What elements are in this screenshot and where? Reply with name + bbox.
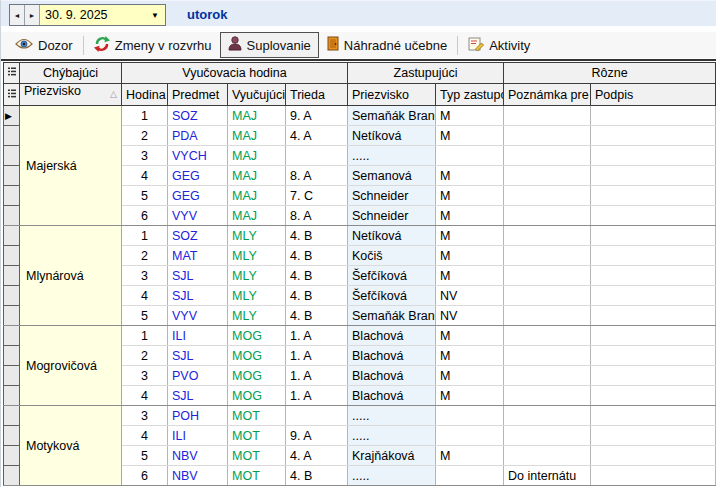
podpis-cell[interactable] bbox=[591, 286, 716, 306]
aktivity-button[interactable]: Aktivity bbox=[460, 32, 538, 58]
absent-teacher-cell[interactable]: Mogrovičová bbox=[20, 326, 122, 406]
typ-zastupovania-cell[interactable] bbox=[436, 406, 504, 426]
podpis-cell[interactable] bbox=[591, 346, 716, 366]
hodina-cell[interactable]: 6 bbox=[122, 206, 168, 226]
row-selector[interactable] bbox=[4, 326, 20, 346]
row-selector[interactable] bbox=[4, 246, 20, 266]
podpis-cell[interactable] bbox=[591, 326, 716, 346]
podpis-cell[interactable] bbox=[591, 166, 716, 186]
predmet-cell[interactable]: SJL bbox=[168, 266, 228, 286]
previous-day-button[interactable]: ◄ bbox=[10, 5, 25, 25]
zastupujuci-cell[interactable]: Schneider bbox=[348, 186, 436, 206]
column-header-poznamka[interactable]: Poznámka pre v bbox=[504, 84, 591, 106]
zastupujuci-cell[interactable]: Šefčíková bbox=[348, 286, 436, 306]
predmet-cell[interactable]: VYCH bbox=[168, 146, 228, 166]
hodina-cell[interactable]: 2 bbox=[122, 126, 168, 146]
absent-teacher-cell[interactable]: Majerská bbox=[20, 106, 122, 226]
poznamka-cell[interactable] bbox=[504, 286, 591, 306]
predmet-cell[interactable]: SOZ bbox=[168, 226, 228, 246]
trieda-cell[interactable]: 4. A bbox=[286, 126, 348, 146]
trieda-cell[interactable]: 9. A bbox=[286, 106, 348, 126]
predmet-cell[interactable]: PDA bbox=[168, 126, 228, 146]
typ-zastupovania-cell[interactable]: M bbox=[436, 206, 504, 226]
hodina-cell[interactable]: 3 bbox=[122, 266, 168, 286]
trieda-cell[interactable] bbox=[286, 146, 348, 166]
trieda-cell[interactable]: 4. B bbox=[286, 266, 348, 286]
zastupujuci-cell[interactable]: Krajňáková bbox=[348, 446, 436, 466]
typ-zastupovania-cell[interactable]: M bbox=[436, 226, 504, 246]
podpis-cell[interactable] bbox=[591, 226, 716, 246]
typ-zastupovania-cell[interactable]: M bbox=[436, 186, 504, 206]
predmet-cell[interactable]: NBV bbox=[168, 466, 228, 486]
vyucujuci-cell[interactable]: MOT bbox=[228, 466, 286, 486]
zastupujuci-cell[interactable]: Kočiš bbox=[348, 246, 436, 266]
podpis-cell[interactable] bbox=[591, 266, 716, 286]
zastupujuci-cell[interactable]: ..... bbox=[348, 426, 436, 446]
podpis-cell[interactable] bbox=[591, 246, 716, 266]
vyucujuci-cell[interactable]: MOG bbox=[228, 346, 286, 366]
vyucujuci-cell[interactable]: MAJ bbox=[228, 206, 286, 226]
zastupujuci-cell[interactable]: Šefčíková bbox=[348, 266, 436, 286]
column-header-priezvisko-zastupujuci[interactable]: Priezvisko bbox=[348, 84, 436, 106]
hodina-cell[interactable]: 3 bbox=[122, 366, 168, 386]
vyucujuci-cell[interactable]: MLY bbox=[228, 226, 286, 246]
row-selector[interactable] bbox=[4, 306, 20, 326]
row-selector[interactable] bbox=[4, 366, 20, 386]
trieda-cell[interactable]: 4. B bbox=[286, 306, 348, 326]
hodina-cell[interactable]: 5 bbox=[122, 186, 168, 206]
column-header-priezvisko-chybajuci[interactable]: Priezvisko △ bbox=[20, 84, 122, 106]
calendar-dropdown-button[interactable]: ▼ bbox=[145, 5, 165, 25]
trieda-cell[interactable]: 4. A bbox=[286, 446, 348, 466]
typ-zastupovania-cell[interactable]: M bbox=[436, 106, 504, 126]
column-header-trieda[interactable]: Trieda bbox=[286, 84, 348, 106]
date-field[interactable]: 30. 9. 2025 bbox=[40, 5, 145, 25]
zastupujuci-cell[interactable]: Netíková bbox=[348, 226, 436, 246]
predmet-cell[interactable]: POH bbox=[168, 406, 228, 426]
trieda-cell[interactable]: 4. B bbox=[286, 286, 348, 306]
poznamka-cell[interactable] bbox=[504, 366, 591, 386]
zastupujuci-cell[interactable]: ..... bbox=[348, 466, 436, 486]
row-selector[interactable] bbox=[4, 386, 20, 406]
poznamka-cell[interactable] bbox=[504, 226, 591, 246]
typ-zastupovania-cell[interactable] bbox=[436, 146, 504, 166]
poznamka-cell[interactable] bbox=[504, 306, 591, 326]
typ-zastupovania-cell[interactable]: M bbox=[436, 366, 504, 386]
podpis-cell[interactable] bbox=[591, 426, 716, 446]
hodina-cell[interactable]: 1 bbox=[122, 226, 168, 246]
zastupujuci-cell[interactable]: Semaňák Brando bbox=[348, 106, 436, 126]
next-day-button[interactable]: ► bbox=[25, 5, 40, 25]
trieda-cell[interactable]: 8. A bbox=[286, 166, 348, 186]
vyucujuci-cell[interactable]: MOT bbox=[228, 426, 286, 446]
trieda-cell[interactable]: 1. A bbox=[286, 366, 348, 386]
absent-teacher-cell[interactable]: Motyková bbox=[20, 406, 122, 486]
hodina-cell[interactable]: 3 bbox=[122, 406, 168, 426]
typ-zastupovania-cell[interactable]: M bbox=[436, 166, 504, 186]
column-header-typ-zastupovania[interactable]: Typ zastupov bbox=[436, 84, 504, 106]
row-selector[interactable] bbox=[4, 146, 20, 166]
row-selector[interactable] bbox=[4, 426, 20, 446]
predmet-cell[interactable]: VYV bbox=[168, 306, 228, 326]
zastupujuci-cell[interactable]: Semanová bbox=[348, 166, 436, 186]
predmet-cell[interactable]: PVO bbox=[168, 366, 228, 386]
poznamka-cell[interactable]: Do internátu bbox=[504, 466, 591, 486]
trieda-cell[interactable]: 4. B bbox=[286, 466, 348, 486]
typ-zastupovania-cell[interactable]: M bbox=[436, 386, 504, 406]
typ-zastupovania-cell[interactable]: M bbox=[436, 446, 504, 466]
typ-zastupovania-cell[interactable]: M bbox=[436, 126, 504, 146]
vyucujuci-cell[interactable]: MAJ bbox=[228, 106, 286, 126]
poznamka-cell[interactable] bbox=[504, 346, 591, 366]
row-selector[interactable] bbox=[4, 266, 20, 286]
suplovanie-button[interactable]: Suplovanie bbox=[220, 32, 319, 58]
vyucujuci-cell[interactable]: MOG bbox=[228, 326, 286, 346]
podpis-cell[interactable] bbox=[591, 446, 716, 466]
podpis-cell[interactable] bbox=[591, 386, 716, 406]
trieda-cell[interactable]: 4. B bbox=[286, 246, 348, 266]
poznamka-cell[interactable] bbox=[504, 206, 591, 226]
predmet-cell[interactable]: GEG bbox=[168, 166, 228, 186]
row-selector[interactable]: ▶ bbox=[4, 106, 20, 126]
zastupujuci-cell[interactable]: Blachová bbox=[348, 326, 436, 346]
row-selector[interactable] bbox=[4, 286, 20, 306]
vyucujuci-cell[interactable]: MOT bbox=[228, 406, 286, 426]
predmet-cell[interactable]: SOZ bbox=[168, 106, 228, 126]
typ-zastupovania-cell[interactable]: NV bbox=[436, 286, 504, 306]
